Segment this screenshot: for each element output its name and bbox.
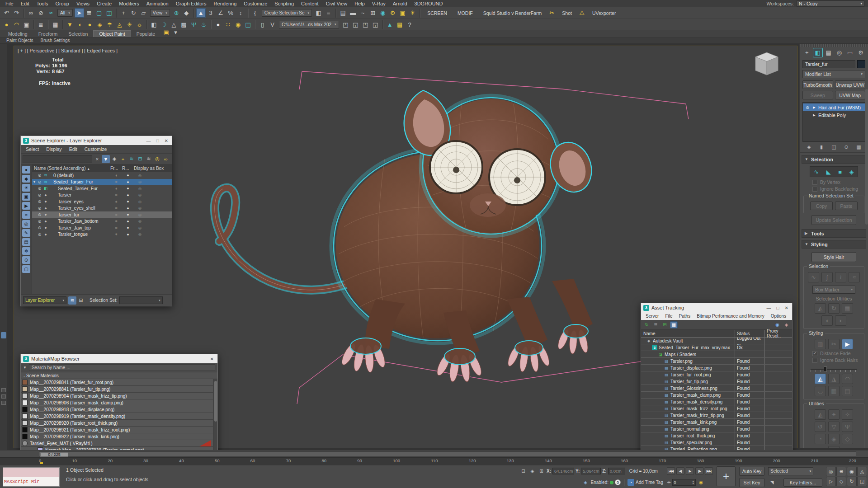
listener-field[interactable]: MAXScript Mir bbox=[3, 477, 59, 486]
menu-item[interactable]: V-Ray bbox=[368, 0, 389, 7]
recomb-icon[interactable]: ↺ bbox=[815, 422, 826, 432]
list-item[interactable]: Map__2070298919 (Tarsier_mask_density.pn… bbox=[21, 413, 217, 420]
angle-snap-icon[interactable]: ∠ bbox=[216, 8, 226, 18]
table-row[interactable]: ◈Autodesk Vault Logged Out ... bbox=[641, 338, 792, 344]
table-row[interactable]: ▤Tarsier_root_thick.png Found bbox=[641, 432, 792, 439]
menu-item[interactable]: Bitmap Performance and Memory bbox=[694, 314, 767, 319]
table-row[interactable]: 3Seated_Tarsier_Fur_max_vray.max Ok bbox=[641, 344, 792, 351]
hair-drag-icon[interactable]: ʃ bbox=[821, 272, 833, 282]
undo-icon[interactable]: ↶ bbox=[2, 8, 11, 18]
renderable-toggle[interactable]: ● bbox=[122, 186, 134, 191]
sphere-light-icon[interactable]: ● bbox=[85, 20, 94, 29]
select-scale-icon[interactable]: ▱ bbox=[139, 8, 148, 18]
maximize-viewport-icon[interactable]: ◲ bbox=[857, 477, 867, 486]
rollout-selection[interactable]: ▼Selection bbox=[802, 155, 866, 164]
select-and-place-icon[interactable]: ▲ bbox=[196, 8, 206, 18]
renderable-toggle[interactable]: ● bbox=[122, 225, 134, 230]
shrink-selection-icon[interactable]: ◗ bbox=[835, 315, 846, 326]
show-end-result-icon[interactable]: ▮ bbox=[817, 143, 826, 151]
frozen-toggle[interactable]: ∗ bbox=[110, 200, 122, 204]
explorer-mode-dropdown[interactable]: Layer Explorer▾ bbox=[23, 296, 66, 304]
renderable-toggle[interactable]: ● bbox=[122, 219, 134, 224]
modifier-stack-row[interactable]: ▶ Editable Poly bbox=[803, 111, 865, 119]
table-row[interactable]: ▤Tarsier_fur_tip.png Found bbox=[641, 378, 792, 385]
unlock-icon[interactable]: ◇ bbox=[842, 434, 853, 444]
menu-item[interactable]: Customize bbox=[240, 0, 271, 7]
ignore-backfacing-checkbox[interactable] bbox=[812, 187, 817, 192]
zoom-extents-icon[interactable]: ◉ bbox=[847, 467, 857, 476]
scene-search-input[interactable] bbox=[23, 155, 92, 163]
menu-item[interactable]: Options bbox=[768, 314, 789, 319]
nested-layers-icon[interactable]: ≋ bbox=[145, 155, 153, 163]
frozen-toggle[interactable]: ∗ bbox=[110, 187, 122, 191]
display-tab[interactable]: ▭ bbox=[845, 48, 855, 57]
menu-item[interactable]: Arnold bbox=[389, 0, 411, 7]
update-selection-button[interactable]: Update Selection bbox=[811, 215, 856, 225]
display-groups-icon[interactable]: ◎ bbox=[22, 220, 30, 228]
rect-selection-region-icon[interactable]: ▢ bbox=[94, 8, 104, 18]
table-row[interactable]: ▤Tarsier_displace.png Found bbox=[641, 365, 792, 371]
uvexporter-button[interactable]: UVexporter bbox=[587, 10, 621, 16]
tree-view-icon[interactable]: ⊞ bbox=[661, 321, 669, 328]
close-icon[interactable]: ✕ bbox=[210, 357, 214, 361]
renderable-toggle[interactable]: ● bbox=[122, 180, 134, 184]
edit-named-selection-sets-icon[interactable]: { bbox=[250, 8, 260, 18]
mirror-icon[interactable]: ◧ bbox=[314, 8, 323, 18]
shot-script-button[interactable]: Shot bbox=[557, 10, 577, 16]
keyable-icon[interactable]: ◥ bbox=[768, 479, 776, 486]
table-row[interactable]: ◪Maps / Shaders bbox=[641, 351, 792, 358]
track-bar[interactable]: 0102030405060708090100110120130140150160… bbox=[0, 457, 868, 465]
render-production-icon[interactable]: ☀ bbox=[408, 8, 417, 18]
display-geometry-icon[interactable]: ● bbox=[22, 166, 30, 174]
display-as-box-toggle[interactable]: ◎ bbox=[134, 174, 172, 178]
hair-soft-icon[interactable]: ≀ bbox=[835, 272, 846, 282]
menu-item[interactable]: Select bbox=[23, 146, 42, 152]
table-row[interactable]: ▤Tarsier_mask_clamp.png Found bbox=[641, 392, 792, 399]
clump-brush-icon[interactable]: ◡ bbox=[815, 386, 826, 396]
unlink-selection-icon[interactable]: ⊘ bbox=[36, 8, 46, 18]
layer-mode-icon[interactable]: ≋ bbox=[68, 296, 76, 305]
display-cameras-icon[interactable]: ▣ bbox=[22, 193, 30, 201]
table-row[interactable]: ▤Tarsier_specular.png Found bbox=[641, 439, 792, 446]
brush-size-slider[interactable] bbox=[811, 366, 857, 372]
select-object-icon[interactable]: ➤ bbox=[75, 8, 84, 18]
menu-item[interactable]: Group bbox=[52, 0, 73, 7]
schematic-view-icon[interactable]: ⊞ bbox=[368, 8, 377, 18]
rollout-styling[interactable]: ▼Styling bbox=[802, 240, 866, 249]
table-row[interactable]: ▤Tarsier_mask_frizz_tip.png Found bbox=[641, 412, 792, 419]
display-as-box-toggle[interactable]: ◎ bbox=[134, 193, 172, 197]
align-icon[interactable]: ≡ bbox=[324, 8, 333, 18]
renderable-toggle[interactable]: ● bbox=[122, 212, 134, 217]
list-item[interactable]: Map__2070298841 (Tarsier_fur_root.png) bbox=[21, 379, 217, 386]
create-tab[interactable]: + bbox=[802, 48, 812, 57]
select-arrow-icon[interactable]: ▶ bbox=[842, 339, 853, 349]
eye-icon[interactable]: ⊙ bbox=[37, 180, 42, 184]
named-selection-sets-dropdown[interactable]: Create Selection Se▾ bbox=[262, 9, 312, 17]
maximize-icon[interactable]: □ bbox=[777, 305, 779, 310]
display-hidden-icon[interactable]: ⊙ bbox=[22, 256, 30, 264]
modif-script-button[interactable]: MODIF bbox=[453, 10, 478, 16]
hierarchy-mode-icon[interactable]: ⊟ bbox=[77, 296, 85, 305]
screen-script-button[interactable]: SCREEN bbox=[422, 10, 452, 16]
render-setup-icon[interactable]: ⚙ bbox=[388, 8, 397, 18]
display-as-box-toggle[interactable]: ◎ bbox=[134, 213, 172, 217]
menu-item[interactable]: Edit bbox=[17, 0, 33, 7]
table-row[interactable]: ⊙ ● Tarsier_Jaw_top ∗ ● ◎ bbox=[32, 225, 172, 231]
select-ends-icon[interactable]: ◈ bbox=[849, 169, 854, 175]
selection-filter-dropdown[interactable]: All▾ bbox=[57, 9, 73, 17]
frozen-toggle[interactable]: ∗ bbox=[110, 193, 122, 197]
help-icon[interactable]: ? bbox=[405, 20, 415, 29]
trackbar-key-marker[interactable] bbox=[40, 462, 43, 464]
menu-item[interactable]: Help bbox=[351, 0, 368, 7]
ignore-back-hairs-checkbox[interactable] bbox=[812, 358, 817, 363]
make-unique-icon[interactable]: ◫ bbox=[829, 143, 839, 151]
display-lights-icon[interactable]: ☀ bbox=[22, 184, 30, 192]
teapot-render-icon[interactable]: ● bbox=[2, 20, 11, 29]
maximize-icon[interactable]: □ bbox=[156, 138, 159, 143]
select-by-name-icon[interactable]: ≣ bbox=[85, 8, 94, 18]
toggle-ribbon-icon[interactable]: ▬ bbox=[348, 8, 358, 18]
menu-item[interactable]: File bbox=[2, 0, 17, 7]
layout-preset-icon[interactable] bbox=[1, 388, 6, 392]
macro-recorder-field[interactable] bbox=[3, 468, 59, 477]
display-as-box-toggle[interactable]: ◎ bbox=[134, 226, 172, 230]
